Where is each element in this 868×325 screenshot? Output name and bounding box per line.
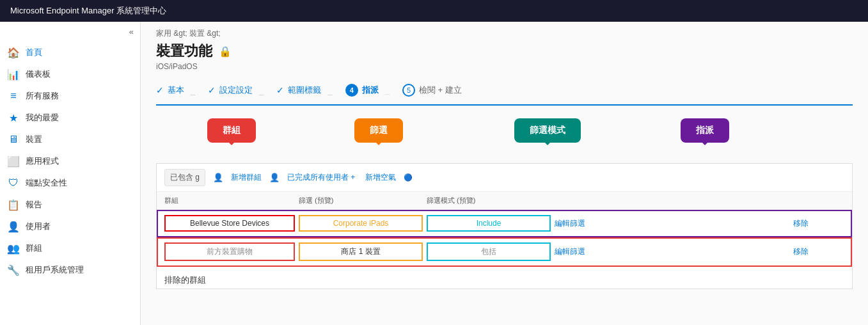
sidebar-item-users[interactable]: 👤 使用者	[0, 216, 140, 237]
col-header-edit	[555, 196, 793, 205]
sidebar-item-label: 所有服務	[26, 90, 59, 102]
lock-icon: 🔒	[219, 45, 232, 58]
users-icon: 👤	[8, 221, 19, 232]
assign-actions: 👤 新增群組 👤 已完成所有使用者 + 新增空氣 🔵	[213, 171, 413, 184]
page-title: 裝置功能 🔒	[156, 42, 853, 61]
row2-edit-filter[interactable]: 編輯篩選	[555, 246, 793, 257]
step-number: 4	[345, 84, 358, 97]
step-check-icon: ✓	[208, 85, 216, 95]
sidebar-item-dashboard[interactable]: 📊 儀表板	[0, 63, 140, 85]
table-row: Bellevue Store Devices Corporate iPads I…	[157, 210, 852, 237]
sidebar-item-label: 裝置	[26, 134, 42, 145]
row2-filter: 商店 1 裝置	[299, 242, 423, 261]
assignment-table-wrapper: 群組 篩選 篩選模式 指派 已包含 g 👤 新增群組	[156, 118, 853, 289]
assignment-section: 已包含 g 👤 新增群組 👤 已完成所有使用者 + 新增空氣 🔵 群組 篩選 (…	[156, 163, 853, 289]
app-title: Microsoft Endpoint Manager 系統管理中心	[10, 6, 166, 15]
breadcrumb: 家用 &gt; 裝置 &gt;	[156, 22, 853, 42]
bubble-filter-mode: 篩選模式	[514, 118, 581, 143]
devices-icon: 🖥	[8, 134, 19, 145]
bubble-assign: 指派	[681, 118, 729, 143]
step-label: 基本	[168, 84, 184, 96]
row2-filter-mode: 包括	[427, 242, 551, 261]
bubble-filter: 篩選	[354, 118, 403, 143]
sidebar-item-label: 租用戶系統管理	[26, 264, 84, 276]
bubble-group: 群組	[207, 118, 256, 143]
sidebar-item-all-services[interactable]: ≡ 所有服務	[0, 85, 140, 107]
row2-group: 前方裝置購物	[164, 242, 295, 261]
page-subtitle: iOS/iPadOS	[156, 62, 853, 71]
step-assign[interactable]: 4 指派 _	[345, 81, 402, 99]
step-check-icon: ✓	[276, 85, 284, 95]
add-all-users-icon: 👤	[269, 173, 280, 182]
col-header-filter-mode: 篩選模式 (預覽)	[427, 196, 555, 205]
step-label: 檢閱 + 建立	[419, 84, 462, 96]
sidebar: « 🏠 首頁 📊 儀表板 ≡ 所有服務 ★ 我的最愛 🖥 裝置 ⬜ 應用程式 🛡…	[0, 22, 141, 325]
bubbles-area: 群組 篩選 篩選模式 指派	[156, 118, 853, 163]
add-all-devices-button[interactable]: 新增空氣	[363, 171, 398, 184]
sidebar-item-home[interactable]: 🏠 首頁	[0, 42, 140, 63]
step-label: 範圍標籤	[288, 84, 321, 96]
assign-header: 已包含 g 👤 新增群組 👤 已完成所有使用者 + 新增空氣 🔵	[157, 164, 852, 192]
sidebar-item-apps[interactable]: ⬜ 應用程式	[0, 150, 140, 172]
table-row: 前方裝置購物 商店 1 裝置 包括 編輯篩選 移除	[157, 237, 852, 267]
step-label: 設定設定	[219, 84, 253, 96]
sidebar-item-label: 我的最愛	[26, 112, 59, 123]
sidebar-item-label: 首頁	[26, 47, 42, 58]
dashboard-icon: 📊	[8, 68, 19, 80]
step-basic[interactable]: ✓ 基本 _	[156, 82, 208, 99]
add-group-button[interactable]: 新增群組	[228, 171, 264, 184]
sidebar-item-endpoint-security[interactable]: 🛡 端點安全性	[0, 172, 140, 194]
sidebar-item-reports[interactable]: 📋 報告	[0, 194, 140, 216]
row1-edit-filter[interactable]: 編輯篩選	[555, 218, 793, 229]
groups-icon: 👥	[8, 242, 19, 254]
col-header-group: 群組	[164, 196, 299, 205]
sidebar-item-label: 使用者	[26, 221, 51, 232]
sidebar-item-devices[interactable]: 🖥 裝置	[0, 129, 140, 150]
home-icon: 🏠	[8, 47, 19, 58]
sidebar-item-groups[interactable]: 👥 群組	[0, 237, 140, 259]
top-bar: Microsoft Endpoint Manager 系統管理中心	[0, 0, 868, 22]
reports-icon: 📋	[8, 199, 19, 210]
row2-remove[interactable]: 移除	[793, 246, 844, 257]
add-group-icon: 👤	[213, 173, 223, 182]
row1-group: Bellevue Store Devices	[164, 215, 295, 232]
step-label: 指派	[362, 84, 379, 96]
favorites-icon: ★	[8, 112, 19, 123]
sidebar-item-favorites[interactable]: ★ 我的最愛	[0, 107, 140, 129]
all-services-icon: ≡	[8, 90, 19, 102]
endpoint-security-icon: 🛡	[8, 177, 19, 189]
included-label: 已包含 g	[164, 169, 205, 186]
learn-more-icon: 🔵	[404, 173, 413, 182]
excluded-title: 排除的群組	[157, 267, 852, 289]
col-header-filter: 篩選 (預覽)	[299, 196, 427, 205]
row1-remove[interactable]: 移除	[793, 218, 844, 229]
step-check-icon: ✓	[156, 85, 164, 95]
add-all-users-button[interactable]: 已完成所有使用者 +	[285, 171, 358, 184]
sidebar-item-label: 儀表板	[26, 68, 51, 80]
row1-filter-mode: Include	[427, 215, 551, 232]
sidebar-item-label: 報告	[26, 199, 42, 210]
sidebar-item-label: 端點安全性	[26, 177, 67, 189]
tenant-admin-icon: 🔧	[8, 264, 19, 276]
col-header-remove	[793, 196, 844, 205]
step-review[interactable]: 5 檢閱 + 建立	[402, 81, 472, 99]
sidebar-collapse-button[interactable]: «	[0, 24, 140, 42]
content-area: 家用 &gt; 裝置 &gt; 裝置功能 🔒 iOS/iPadOS ✓ 基本 _…	[141, 22, 868, 325]
apps-icon: ⬜	[8, 155, 19, 167]
row1-filter: Corporate iPads	[299, 215, 423, 232]
sidebar-item-label: 應用程式	[26, 155, 59, 167]
step-settings[interactable]: ✓ 設定設定 _	[208, 82, 276, 99]
step-scope-tags[interactable]: ✓ 範圍標籤 _	[276, 82, 345, 99]
sidebar-item-tenant-admin[interactable]: 🔧 租用戶系統管理	[0, 259, 140, 281]
step-number: 5	[402, 84, 415, 97]
sidebar-item-label: 群組	[26, 242, 42, 254]
steps-nav: ✓ 基本 _ ✓ 設定設定 _ ✓ 範圍標籤 _ 4 指派 _ 5 檢閱 + 建	[156, 81, 853, 106]
column-headers: 群組 篩選 (預覽) 篩選模式 (預覽)	[157, 192, 852, 210]
